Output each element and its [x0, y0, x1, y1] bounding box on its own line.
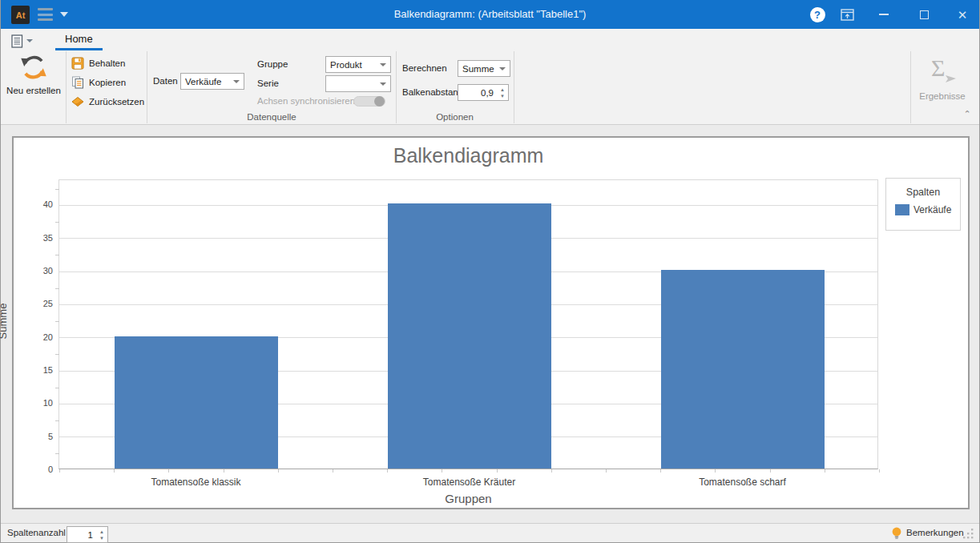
chevron-down-icon — [233, 80, 240, 83]
document-list-icon — [11, 34, 23, 48]
options-group-label: Optionen — [396, 112, 514, 122]
serie-label: Serie — [257, 78, 279, 88]
chevron-down-icon — [499, 67, 506, 70]
x-minor-tick — [168, 469, 169, 473]
x-minor-tick — [497, 469, 498, 473]
spinner-arrows-icon[interactable]: ▲▼ — [96, 527, 107, 542]
titlebar: At Balkendiagramm: (Arbeitsblatt "Tabell… — [1, 0, 979, 29]
chevron-down-icon — [380, 82, 386, 86]
close-button[interactable]: ✕ — [953, 6, 972, 23]
y-tick-label: 40 — [21, 199, 53, 209]
app-window: At Balkendiagramm: (Arbeitsblatt "Tabell… — [0, 0, 980, 543]
x-minor-tick — [59, 469, 60, 473]
chevron-down-icon — [380, 63, 386, 66]
serie-combobox[interactable] — [325, 75, 391, 92]
data-combobox-value: Verkäufe — [185, 77, 230, 86]
y-tick-label: 30 — [21, 266, 53, 276]
calc-combobox[interactable]: Summe — [458, 60, 510, 77]
y-axis-label: Summe — [0, 304, 9, 340]
y-tick-label: 10 — [21, 398, 53, 408]
x-minor-tick — [224, 469, 224, 473]
ribbon-separator — [910, 51, 911, 123]
legend-item[interactable]: Verkäufe — [895, 204, 960, 215]
calc-label: Berechnen — [402, 63, 447, 73]
gap-spinner[interactable]: 0,9 ▲▼ — [458, 84, 509, 101]
ribbon: Home Neu erstellen Behalten — [1, 29, 979, 125]
y-tick-label: 20 — [21, 332, 53, 342]
datasource-group-label: Datenquelle — [147, 112, 396, 122]
help-icon: ? — [810, 7, 825, 22]
window-title: Balkendiagramm: (Arbeitsblatt "Tabelle1"… — [1, 0, 979, 29]
y-tick-label: 15 — [21, 365, 53, 375]
bar-2 — [661, 270, 825, 469]
y-minor-tick — [55, 189, 59, 190]
results-button[interactable]: Σ Ergebnisse — [913, 54, 972, 101]
gap-label: Balkenabstand — [402, 87, 463, 97]
chevron-down-icon — [26, 39, 33, 42]
ribbon-menu-button[interactable] — [11, 33, 38, 49]
copy-button[interactable]: Kopieren — [71, 74, 126, 90]
help-button[interactable]: ? — [808, 6, 827, 23]
data-label: Daten — [153, 76, 178, 86]
y-minor-tick — [55, 288, 59, 289]
sigma-icon: Σ — [926, 54, 958, 86]
x-minor-tick — [387, 469, 388, 473]
resize-grip-icon[interactable] — [963, 528, 974, 539]
tab-home[interactable]: Home — [55, 31, 103, 50]
y-minor-tick — [55, 453, 59, 454]
axes-sync-toggle[interactable] — [353, 96, 385, 107]
maximize-icon — [920, 10, 929, 19]
close-icon: ✕ — [958, 9, 968, 21]
spinner-arrows-icon[interactable]: ▲▼ — [497, 85, 508, 100]
new-create-button[interactable]: Neu erstellen — [3, 51, 64, 112]
keep-button[interactable]: Behalten — [71, 55, 125, 71]
legend-title: Spalten — [886, 187, 960, 198]
gruppe-combobox[interactable]: Produkt — [325, 56, 391, 73]
calc-combobox-value: Summe — [462, 64, 496, 74]
x-minor-tick — [606, 469, 607, 473]
chart-panel: Balkendiagramm 0510152025303540Tomatenso… — [12, 136, 970, 509]
lightbulb-icon — [890, 526, 903, 543]
y-minor-tick — [55, 222, 59, 223]
reset-button[interactable]: Zurücksetzen — [71, 94, 144, 110]
main-content: Balkendiagramm 0510152025303540Tomatenso… — [1, 126, 979, 524]
notes-label[interactable]: Bemerkungen — [906, 528, 964, 537]
minimize-icon — [879, 14, 889, 15]
gap-spinner-value: 0,9 — [458, 88, 497, 98]
x-minor-tick — [715, 469, 716, 473]
minimize-button[interactable] — [874, 6, 893, 23]
ribbon-separator — [514, 51, 514, 123]
category-label: Tomatensoße klassik — [76, 477, 317, 488]
x-minor-tick — [333, 469, 333, 473]
x-minor-tick — [770, 469, 771, 473]
maximize-button[interactable] — [914, 6, 934, 23]
gruppe-combobox-value: Produkt — [330, 60, 377, 70]
legend: Spalten Verkäufe — [885, 178, 961, 231]
statusbar: Spaltenanzahl 1 ▲▼ Bemerkungen — [1, 523, 979, 542]
keep-label: Behalten — [89, 58, 125, 68]
category-label: Tomatensoße Kräuter — [349, 477, 590, 488]
bar-0 — [115, 336, 278, 469]
reset-label: Zurücksetzen — [89, 97, 144, 107]
column-count-value: 1 — [67, 530, 96, 540]
x-axis-label: Gruppen — [58, 492, 878, 505]
bar-1 — [388, 203, 551, 469]
chart-title: Balkendiagramm — [58, 144, 878, 167]
y-tick-label: 35 — [21, 233, 53, 243]
y-minor-tick — [55, 255, 59, 255]
panel-toggle-button[interactable] — [837, 6, 857, 23]
y-minor-tick — [55, 321, 59, 322]
y-minor-tick — [55, 420, 59, 421]
data-combobox[interactable]: Verkäufe — [180, 73, 244, 90]
copy-label: Kopieren — [89, 78, 126, 87]
axes-sync-label: Achsen synchronisieren — [257, 96, 355, 106]
legend-series-label: Verkäufe — [913, 204, 951, 215]
y-tick-label: 25 — [21, 299, 53, 308]
copy-icon — [71, 76, 84, 89]
x-minor-tick — [114, 469, 115, 473]
column-count-spinner[interactable]: 1 ▲▼ — [67, 526, 108, 543]
x-minor-tick — [278, 469, 279, 473]
x-minor-tick — [879, 469, 880, 473]
panel-arrow-icon — [841, 9, 854, 21]
ribbon-collapse-icon[interactable]: ⌃ — [961, 109, 974, 120]
